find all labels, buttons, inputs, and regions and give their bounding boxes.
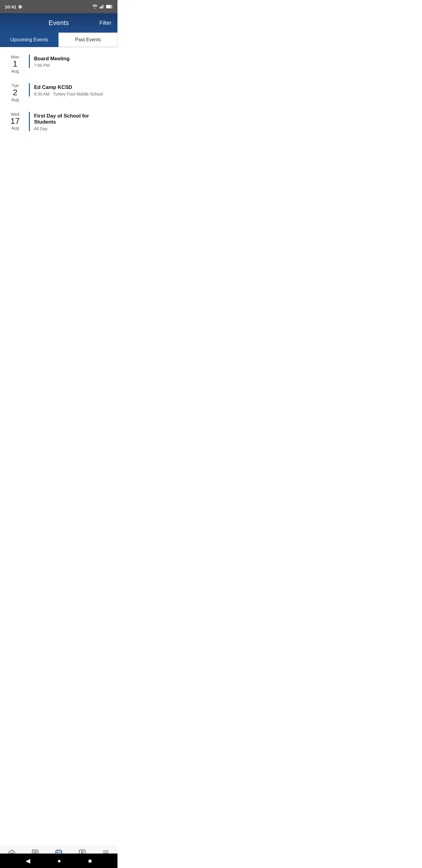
svg-rect-4: [103, 4, 104, 8]
event-month: Aug: [11, 126, 19, 130]
main-content: Upcoming Events Past Events Mon 1 Aug Bo…: [0, 33, 118, 175]
events-list: Mon 1 Aug Board Meeting 7:00 PM Tue 2 Au…: [0, 47, 118, 138]
status-bar: 10:41 ⊕: [0, 0, 118, 13]
battery-icon: [106, 4, 112, 9]
event-item[interactable]: Tue 2 Aug Ed Camp KCSD 8:30 AM · Turkey …: [0, 79, 118, 107]
filter-button[interactable]: Filter: [99, 20, 111, 26]
svg-rect-3: [102, 5, 103, 8]
event-title: First Day of School for Students: [34, 113, 111, 125]
event-date: Tue 2 Aug: [6, 83, 24, 102]
status-bar-right: [92, 4, 112, 9]
event-date: Wed 17 Aug: [6, 112, 24, 131]
svg-rect-2: [101, 6, 101, 8]
event-day-name: Tue: [11, 83, 19, 88]
event-day-number: 2: [13, 88, 18, 97]
svg-rect-1: [99, 7, 100, 8]
parental-icon: ⊕: [18, 4, 22, 10]
event-month: Aug: [11, 97, 19, 102]
svg-point-0: [95, 7, 96, 8]
page-header: Events Filter: [0, 13, 118, 33]
event-item[interactable]: Mon 1 Aug Board Meeting 7:00 PM: [0, 50, 118, 79]
tab-bar: Upcoming Events Past Events: [0, 33, 118, 47]
event-date: Mon 1 Aug: [6, 55, 24, 73]
svg-rect-6: [107, 5, 110, 7]
event-content: Ed Camp KCSD 8:30 AM · Turkey Foot Middl…: [29, 83, 111, 96]
status-bar-left: 10:41 ⊕: [5, 4, 22, 10]
tab-past-events[interactable]: Past Events: [59, 33, 118, 47]
event-subtitle: 8:30 AM · Turkey Foot Middle School: [34, 92, 111, 96]
event-day-name: Wed: [11, 112, 20, 117]
signal-icon: [99, 4, 104, 9]
page-title: Events: [48, 19, 69, 27]
event-item[interactable]: Wed 17 Aug First Day of School for Stude…: [0, 107, 118, 136]
event-day-number: 1: [13, 59, 18, 69]
status-time: 10:41: [5, 4, 16, 9]
event-day-number: 17: [10, 117, 20, 126]
tab-upcoming-events[interactable]: Upcoming Events: [0, 33, 59, 47]
event-subtitle: All Day: [34, 126, 111, 131]
wifi-icon: [92, 4, 98, 9]
event-subtitle: 7:00 PM: [34, 63, 111, 68]
event-title: Ed Camp KCSD: [34, 84, 111, 90]
event-month: Aug: [11, 69, 19, 73]
event-day-name: Mon: [11, 55, 19, 59]
event-content: First Day of School for Students All Day: [29, 112, 111, 131]
event-title: Board Meeting: [34, 56, 111, 62]
event-content: Board Meeting 7:00 PM: [29, 55, 111, 68]
